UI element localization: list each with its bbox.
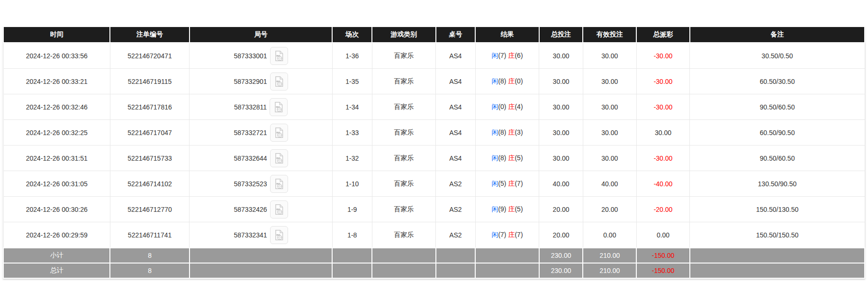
cell-result: 闲(0) 庄(4)	[475, 94, 539, 120]
column-header-time: 时间	[3, 27, 110, 43]
cell-round-no: 587332901	[190, 69, 333, 94]
cell-total-bet[interactable]: 20.00	[539, 222, 583, 248]
cell-table-no: AS4	[436, 94, 476, 120]
round-number: 587332901	[234, 78, 267, 85]
result-player-label: 闲	[491, 205, 498, 213]
round-number: 587332811	[234, 103, 267, 111]
video-replay-button[interactable]	[270, 175, 288, 193]
video-replay-button[interactable]	[270, 200, 288, 218]
cell-remark: 90.50/60.50	[690, 94, 865, 120]
result-banker-score: (7)	[515, 180, 523, 187]
cell-round-no: 587332523	[190, 171, 333, 197]
summary-total-bet: 230.00	[539, 263, 583, 278]
cell-result: 闲(9) 庄(5)	[475, 197, 539, 222]
summary-total-payout: -150.00	[636, 263, 690, 278]
cell-remark: 30.50/0.50	[690, 43, 865, 69]
round-number: 587333001	[234, 52, 267, 60]
cell-round-no: 587333001	[190, 43, 333, 69]
cell-valid-bet: 20.00	[583, 197, 636, 222]
cell-valid-bet: 30.00	[583, 145, 636, 171]
cell-total-bet[interactable]: 30.00	[539, 145, 583, 171]
video-replay-button[interactable]	[270, 226, 288, 244]
result-banker-score: (7)	[515, 231, 523, 238]
cell-game-type: 百家乐	[372, 145, 436, 171]
result-player-score: (0)	[498, 103, 506, 110]
cell-table-no: AS2	[436, 171, 476, 197]
cell-total-bet[interactable]: 20.00	[539, 197, 583, 222]
summary-empty-remark	[690, 263, 865, 278]
cell-result: 闲(8) 庄(5)	[475, 145, 539, 171]
summary-count: 8	[110, 263, 189, 278]
result-banker-score: (5)	[515, 154, 523, 162]
cell-remark: 60.50/30.50	[690, 69, 865, 94]
result-banker-label: 庄	[508, 154, 515, 162]
cell-total-payout: 30.00	[636, 120, 690, 145]
summary-label: 小计	[3, 248, 110, 263]
cell-total-payout: -40.00	[636, 171, 690, 197]
table-row: 2024-12-26 00:32:25 522146717047 5873327…	[3, 120, 865, 145]
cell-valid-bet: 40.00	[583, 171, 636, 197]
cell-total-bet[interactable]: 30.00	[539, 94, 583, 120]
cell-total-bet[interactable]: 30.00	[539, 120, 583, 145]
summary-empty-game-type	[372, 248, 436, 263]
result-player-label: 闲	[491, 103, 498, 110]
video-replay-button[interactable]	[270, 47, 288, 65]
video-replay-button[interactable]	[270, 73, 288, 91]
header-row: 时间 注单编号 局号 场次 游戏类别 桌号 结果 总投注 有效投注 总派彩 备注	[3, 27, 865, 43]
cell-session: 1-36	[332, 43, 372, 69]
cell-bet-no: 522146717816	[110, 94, 189, 120]
cell-bet-no: 522146717047	[110, 120, 189, 145]
cell-round-no: 587332426	[190, 197, 333, 222]
result-banker-score: (5)	[515, 205, 523, 213]
result-banker-label: 庄	[508, 103, 515, 110]
table-row: 2024-12-26 00:31:51 522146715733 5873326…	[3, 145, 865, 171]
cell-remark: 150.50/150.50	[690, 222, 865, 248]
summary-empty-result	[475, 263, 539, 278]
summary-empty-round	[190, 263, 333, 278]
cell-table-no: AS2	[436, 197, 476, 222]
summary-valid-bet: 210.00	[583, 248, 636, 263]
cell-bet-no: 522146711741	[110, 222, 189, 248]
cell-bet-no: 522146715733	[110, 145, 189, 171]
column-header-table-no: 桌号	[436, 27, 476, 43]
summary-valid-bet: 210.00	[583, 263, 636, 278]
video-replay-button[interactable]	[270, 98, 288, 116]
cell-result: 闲(7) 庄(6)	[475, 43, 539, 69]
table-body: 2024-12-26 00:33:56 522146720471 5873330…	[3, 43, 865, 278]
video-replay-button[interactable]	[270, 124, 288, 142]
result-player-label: 闲	[491, 52, 498, 59]
result-player-score: (9)	[498, 205, 506, 213]
cell-total-bet[interactable]: 40.00	[539, 171, 583, 197]
cell-session: 1-35	[332, 69, 372, 94]
cell-total-payout: -30.00	[636, 94, 690, 120]
cell-table-no: AS4	[436, 120, 476, 145]
cell-game-type: 百家乐	[372, 94, 436, 120]
cell-result: 闲(8) 庄(3)	[475, 120, 539, 145]
result-player-score: (7)	[498, 231, 506, 238]
cell-time: 2024-12-26 00:30:26	[3, 197, 110, 222]
cell-result: 闲(7) 庄(7)	[475, 222, 539, 248]
cell-remark: 150.50/130.50	[690, 197, 865, 222]
round-number: 587332426	[234, 206, 267, 213]
result-player-label: 闲	[491, 180, 498, 187]
summary-total-bet: 230.00	[539, 248, 583, 263]
summary-count: 8	[110, 248, 189, 263]
cell-session: 1-33	[332, 120, 372, 145]
cell-session: 1-9	[332, 197, 372, 222]
summary-empty-game-type	[372, 263, 436, 278]
cell-total-bet[interactable]: 30.00	[539, 43, 583, 69]
cell-total-payout: 0.00	[636, 222, 690, 248]
cell-total-bet[interactable]: 30.00	[539, 69, 583, 94]
video-replay-button[interactable]	[270, 149, 288, 167]
cell-round-no: 587332644	[190, 145, 333, 171]
cell-time: 2024-12-26 00:31:51	[3, 145, 110, 171]
summary-row: 总计 8 230.00 210.00 -150.00	[3, 263, 865, 278]
cell-session: 1-34	[332, 94, 372, 120]
result-player-score: (8)	[498, 128, 506, 136]
result-banker-label: 庄	[508, 180, 515, 187]
cell-table-no: AS2	[436, 222, 476, 248]
cell-session: 1-10	[332, 171, 372, 197]
cell-game-type: 百家乐	[372, 69, 436, 94]
video-file-icon	[273, 203, 285, 216]
cell-game-type: 百家乐	[372, 43, 436, 69]
